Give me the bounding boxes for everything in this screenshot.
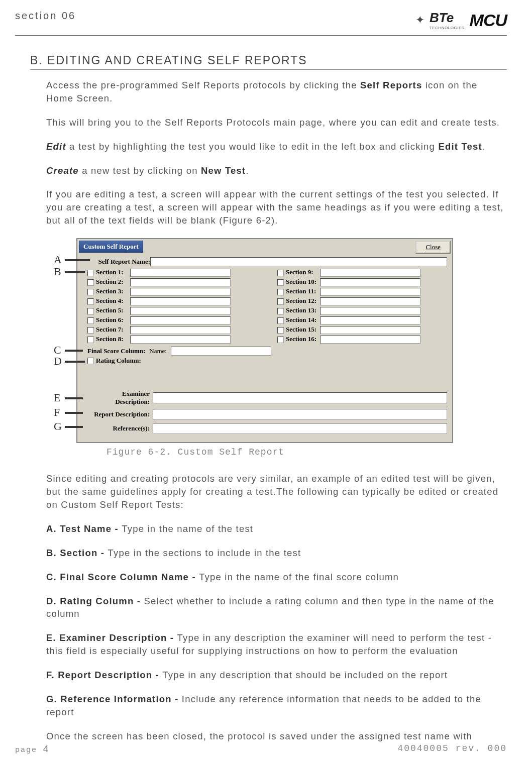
section-checkbox[interactable] bbox=[277, 279, 284, 286]
section-checkbox[interactable] bbox=[277, 270, 284, 276]
item-g: G. Reference Information - Include any r… bbox=[46, 693, 507, 719]
section-row: Section 5: bbox=[87, 306, 257, 315]
sections-grid: Section 1:Section 2:Section 3:Section 4:… bbox=[87, 267, 447, 347]
section-checkbox[interactable] bbox=[277, 298, 284, 305]
section-input[interactable] bbox=[130, 326, 231, 334]
report-description-row: Report Description: bbox=[87, 409, 447, 420]
section-input[interactable] bbox=[320, 269, 420, 277]
section-row: Section 16: bbox=[277, 335, 447, 344]
section-label: Section 7: bbox=[96, 326, 130, 334]
paragraph-3: Edit a test by highlighting the test you… bbox=[46, 140, 507, 153]
references-input[interactable] bbox=[153, 423, 447, 434]
section-input[interactable] bbox=[130, 336, 231, 344]
section-label: Section 1: bbox=[96, 268, 130, 276]
section-input[interactable] bbox=[320, 326, 420, 334]
final-score-name-input[interactable] bbox=[171, 347, 271, 356]
section-input[interactable] bbox=[130, 297, 231, 305]
paragraph-2: This will bring you to the Self Reports … bbox=[46, 116, 507, 129]
section-checkbox[interactable] bbox=[277, 289, 284, 295]
callout-a: A bbox=[54, 253, 62, 266]
section-input[interactable] bbox=[130, 269, 231, 277]
section-checkbox[interactable] bbox=[87, 327, 94, 334]
section-input[interactable] bbox=[320, 316, 420, 324]
section-input[interactable] bbox=[320, 288, 420, 296]
section-input[interactable] bbox=[320, 336, 420, 344]
page-footer: page 4 40040005 rev. 000 bbox=[15, 743, 507, 755]
body-text: Access the pre-programmed Self Reports p… bbox=[30, 79, 507, 743]
final-score-name-label: Name: bbox=[149, 347, 167, 355]
section-checkbox[interactable] bbox=[87, 289, 94, 295]
window-title: Custom Self Report bbox=[79, 241, 143, 253]
paragraph-last: Once the screen has been closed, the pro… bbox=[46, 730, 507, 743]
mcu-logo: MCU bbox=[470, 11, 507, 30]
section-checkbox[interactable] bbox=[87, 337, 94, 343]
examiner-description-row: Examiner Description: bbox=[87, 390, 447, 406]
section-label: Section 6: bbox=[96, 316, 130, 324]
page-number: page 4 bbox=[15, 743, 50, 755]
bte-logo: BTe TECHNOLOGIES bbox=[430, 10, 465, 30]
report-description-input[interactable] bbox=[153, 409, 447, 420]
section-checkbox[interactable] bbox=[277, 308, 284, 314]
section-checkbox[interactable] bbox=[87, 270, 94, 276]
section-input[interactable] bbox=[130, 316, 231, 324]
section-row: Section 2: bbox=[87, 278, 257, 286]
header-divider bbox=[15, 35, 507, 36]
page-title: B. EDITING AND CREATING SELF REPORTS bbox=[30, 54, 507, 70]
section-row: Section 15: bbox=[277, 326, 447, 334]
section-row: Section 14: bbox=[277, 316, 447, 324]
section-label: Section 11: bbox=[286, 287, 320, 295]
close-button[interactable]: Close bbox=[415, 241, 451, 254]
examiner-description-label: Examiner Description: bbox=[87, 390, 153, 406]
callout-d: D bbox=[54, 355, 62, 368]
section-label: Section 4: bbox=[96, 297, 130, 305]
examiner-description-input[interactable] bbox=[153, 392, 447, 403]
item-f: F. Report Description - Type in any desc… bbox=[46, 669, 507, 682]
section-label: Section 2: bbox=[96, 278, 130, 286]
section-row: Section 3: bbox=[87, 287, 257, 296]
section-checkbox[interactable] bbox=[277, 317, 284, 324]
section-label: Section 10: bbox=[286, 278, 320, 286]
section-label: Section 9: bbox=[286, 268, 320, 276]
section-row: Section 6: bbox=[87, 316, 257, 324]
self-report-name-input[interactable] bbox=[150, 257, 447, 266]
section-label: Section 5: bbox=[96, 306, 130, 314]
section-row: Section 1: bbox=[87, 268, 257, 277]
item-d: D. Rating Column - Select whether to inc… bbox=[46, 595, 507, 621]
section-checkbox[interactable] bbox=[87, 298, 94, 305]
final-score-row: Final Score Column: Name: bbox=[87, 347, 447, 356]
section-input[interactable] bbox=[130, 288, 231, 296]
self-report-name-label: Self Report Name: bbox=[87, 258, 150, 266]
rating-column-label: Rating Column: bbox=[96, 357, 141, 365]
section-label: section 06 bbox=[15, 10, 76, 22]
item-e: E. Examiner Description - Type in any de… bbox=[46, 631, 507, 658]
section-row: Section 9: bbox=[277, 268, 447, 277]
callout-e: E bbox=[54, 391, 60, 404]
section-checkbox[interactable] bbox=[277, 337, 284, 343]
logo-group: ✦ BTe TECHNOLOGIES MCU bbox=[415, 10, 507, 30]
diamond-icon: ✦ bbox=[415, 14, 424, 27]
section-row: Section 4: bbox=[87, 297, 257, 305]
section-row: Section 7: bbox=[87, 326, 257, 334]
section-checkbox[interactable] bbox=[87, 317, 94, 324]
figure-6-2: A B C D E F G Custom Self Report Close S… bbox=[76, 238, 453, 457]
section-checkbox[interactable] bbox=[277, 327, 284, 334]
section-input[interactable] bbox=[320, 307, 420, 315]
callout-g: G bbox=[54, 420, 62, 433]
item-c: C. Final Score Column Name - Type in the… bbox=[46, 571, 507, 584]
paragraph-6: Since editing and creating protocols are… bbox=[46, 472, 507, 511]
rating-column-row: Rating Column: bbox=[87, 357, 447, 365]
report-description-label: Report Description: bbox=[87, 410, 153, 418]
section-checkbox[interactable] bbox=[87, 308, 94, 314]
section-input[interactable] bbox=[320, 278, 420, 286]
custom-self-report-window: Custom Self Report Close Self Report Nam… bbox=[76, 238, 453, 443]
section-input[interactable] bbox=[130, 278, 231, 286]
item-b: B. Section - Type in the sections to inc… bbox=[46, 547, 507, 560]
rating-column-checkbox[interactable] bbox=[87, 358, 94, 364]
section-input[interactable] bbox=[320, 297, 420, 305]
section-label: Section 16: bbox=[286, 335, 320, 343]
paragraph-1: Access the pre-programmed Self Reports p… bbox=[46, 79, 507, 105]
section-input[interactable] bbox=[130, 307, 231, 315]
section-label: Section 12: bbox=[286, 297, 320, 305]
self-report-name-row: Self Report Name: bbox=[87, 257, 447, 266]
section-checkbox[interactable] bbox=[87, 279, 94, 286]
